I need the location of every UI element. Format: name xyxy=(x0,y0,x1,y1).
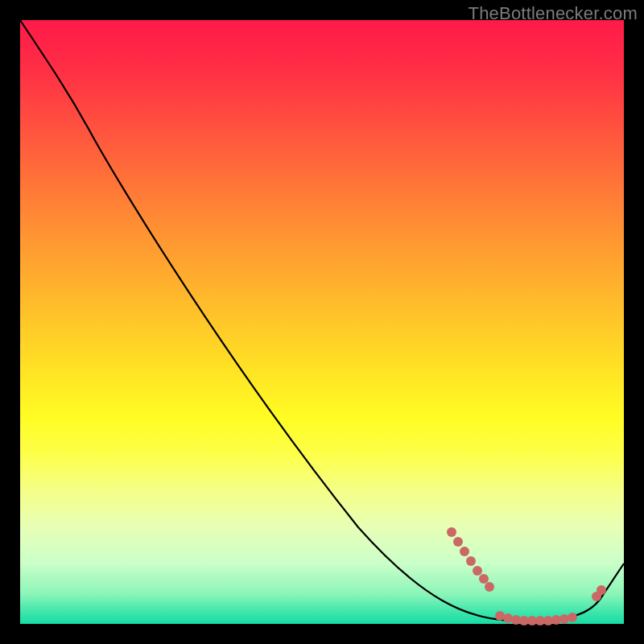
svg-point-6 xyxy=(485,582,494,592)
svg-point-2 xyxy=(460,547,469,556)
svg-point-18 xyxy=(597,585,606,595)
svg-point-5 xyxy=(479,574,489,584)
svg-point-1 xyxy=(453,537,463,547)
plot-area xyxy=(20,20,624,624)
svg-point-0 xyxy=(447,527,456,537)
curve-path xyxy=(20,20,624,621)
svg-point-16 xyxy=(568,613,577,622)
bottleneck-curve xyxy=(20,20,624,624)
svg-point-3 xyxy=(466,556,476,566)
chart-frame: TheBottlenecker.com xyxy=(0,0,644,644)
svg-point-15 xyxy=(559,614,569,624)
svg-point-8 xyxy=(503,613,513,623)
watermark-text: TheBottlenecker.com xyxy=(469,3,638,24)
svg-point-4 xyxy=(473,566,482,576)
marker-cluster-bottom xyxy=(495,611,577,625)
marker-cluster-left xyxy=(447,527,494,592)
marker-cluster-right xyxy=(592,585,606,601)
